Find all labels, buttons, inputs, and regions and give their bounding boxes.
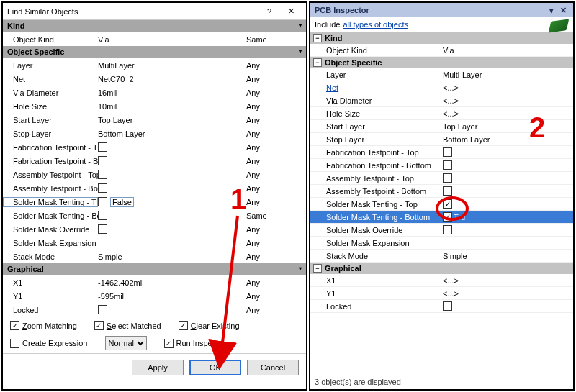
- cancel-button[interactable]: Cancel: [247, 360, 299, 375]
- inspector-row[interactable]: X1<...>: [310, 274, 573, 287]
- apply-button[interactable]: Apply: [132, 360, 184, 375]
- close-button[interactable]: ✕: [280, 4, 302, 19]
- inspector-row[interactable]: Solder Mask Tenting - BottomTru: [310, 211, 573, 224]
- inspector-row[interactable]: Solder Mask Expansion: [310, 237, 573, 250]
- property-value[interactable]: Simple: [98, 252, 243, 261]
- checkbox-icon[interactable]: [443, 147, 452, 157]
- checkbox-icon[interactable]: [98, 183, 107, 193]
- criteria-row[interactable]: LockedAny: [3, 303, 306, 316]
- inspector-row[interactable]: Object KindVia: [310, 44, 573, 57]
- include-filter-link[interactable]: all types of objects: [343, 20, 408, 29]
- property-value[interactable]: [98, 211, 243, 220]
- property-value[interactable]: 16mil: [98, 88, 243, 97]
- zoom-matching-checkbox[interactable]: Zoom Matching: [10, 321, 77, 330]
- match-mode[interactable]: Any: [243, 129, 301, 138]
- inspector-row[interactable]: Solder Mask Tenting - Top: [310, 198, 573, 211]
- checkbox-icon[interactable]: [98, 142, 107, 152]
- property-value[interactable]: <...>: [440, 276, 573, 285]
- property-value[interactable]: [440, 199, 573, 209]
- checkbox-icon[interactable]: [98, 305, 107, 314]
- clear-existing-checkbox[interactable]: Clear Existing: [179, 321, 240, 330]
- criteria-row[interactable]: Start LayerTop LayerAny: [3, 113, 306, 127]
- criteria-row[interactable]: Fabrication Testpoint - BAny: [3, 154, 306, 168]
- match-mode[interactable]: Any: [243, 116, 301, 124]
- run-inspector-checkbox[interactable]: Run Inspector: [164, 336, 226, 350]
- property-value[interactable]: <...>: [440, 109, 573, 118]
- match-mode[interactable]: Any: [243, 184, 301, 193]
- match-mode[interactable]: Any: [243, 143, 301, 152]
- inspector-row[interactable]: Locked: [310, 300, 573, 313]
- match-mode[interactable]: Any: [243, 75, 301, 83]
- property-value[interactable]: False: [98, 197, 243, 207]
- checkbox-icon[interactable]: [443, 212, 452, 222]
- checkbox-icon[interactable]: [443, 173, 452, 183]
- property-value[interactable]: Bottom Layer: [98, 129, 243, 138]
- select-matched-checkbox[interactable]: Select Matched: [94, 321, 161, 330]
- property-value[interactable]: [440, 160, 573, 170]
- property-value[interactable]: Multi-Layer: [440, 70, 573, 79]
- match-mode[interactable]: Any: [243, 225, 301, 234]
- property-value[interactable]: Top Layer: [440, 122, 573, 131]
- match-mode[interactable]: Any: [243, 306, 301, 314]
- inspector-row[interactable]: Fabrication Testpoint - Bottom: [310, 159, 573, 172]
- section-object-specific[interactable]: Object Specific ▾: [3, 46, 306, 58]
- property-value[interactable]: <...>: [440, 289, 573, 298]
- criteria-row[interactable]: Stack ModeSimpleAny: [3, 250, 306, 263]
- checkbox-icon[interactable]: [443, 301, 452, 311]
- inspector-row[interactable]: Net<...>: [310, 81, 573, 94]
- match-mode[interactable]: Any: [243, 252, 301, 261]
- criteria-row[interactable]: X1-1462.402milAny: [3, 275, 306, 289]
- inspector-section-object-specific[interactable]: − Object Specific: [310, 57, 573, 68]
- inspector-row[interactable]: Y1<...>: [310, 287, 573, 300]
- criteria-row[interactable]: Solder Mask Tenting - TFalseAny: [3, 195, 306, 209]
- property-value[interactable]: -595mil: [98, 292, 243, 301]
- property-value[interactable]: Top Layer: [98, 116, 243, 124]
- inspector-row[interactable]: Stop LayerBottom Layer: [310, 133, 573, 146]
- inspector-row[interactable]: Assembly Testpoint - Top: [310, 172, 573, 185]
- criteria-row[interactable]: Y1-595milAny: [3, 289, 306, 303]
- property-value[interactable]: Via: [98, 35, 243, 44]
- match-mode[interactable]: Any: [243, 88, 301, 97]
- inspector-row[interactable]: Stack ModeSimple: [310, 250, 573, 263]
- criteria-row[interactable]: Solder Mask OverrideAny: [3, 222, 306, 236]
- criteria-row[interactable]: Stop LayerBottom LayerAny: [3, 127, 306, 140]
- criteria-row[interactable]: Fabrication Testpoint - TAny: [3, 140, 306, 154]
- inspector-row[interactable]: Solder Mask Override: [310, 224, 573, 237]
- property-value[interactable]: <...>: [440, 83, 573, 92]
- property-value[interactable]: MultiLayer: [98, 61, 243, 70]
- help-button[interactable]: ?: [258, 4, 280, 19]
- create-expression-checkbox[interactable]: Create Expression: [10, 336, 88, 350]
- property-value[interactable]: [98, 170, 243, 179]
- criteria-row[interactable]: NetNetC70_2Any: [3, 72, 306, 86]
- match-mode[interactable]: Any: [243, 170, 301, 179]
- inspector-section-kind[interactable]: − Kind: [310, 32, 573, 44]
- checkbox-icon[interactable]: [98, 156, 107, 165]
- property-value[interactable]: [98, 183, 243, 193]
- checkbox-icon[interactable]: [98, 211, 107, 220]
- property-value[interactable]: Tru: [440, 212, 573, 222]
- inspector-row[interactable]: LayerMulti-Layer: [310, 68, 573, 81]
- property-value[interactable]: [98, 224, 243, 234]
- checkbox-icon[interactable]: [98, 170, 107, 179]
- criteria-row[interactable]: Object KindViaSame: [3, 32, 306, 46]
- property-value[interactable]: [440, 225, 573, 234]
- match-mode[interactable]: Any: [243, 198, 301, 206]
- property-value[interactable]: 10mil: [98, 102, 243, 111]
- match-mode[interactable]: Any: [243, 157, 301, 165]
- property-value[interactable]: Simple: [440, 252, 573, 260]
- criteria-row[interactable]: Assembly Testpoint - BotAny: [3, 181, 306, 195]
- match-mode[interactable]: Any: [243, 102, 301, 111]
- inspector-row[interactable]: Fabrication Testpoint - Top: [310, 146, 573, 159]
- checkbox-icon[interactable]: [443, 225, 452, 234]
- inspector-section-graphical[interactable]: − Graphical: [310, 263, 573, 274]
- close-icon[interactable]: ✕: [557, 6, 569, 15]
- criteria-row[interactable]: Solder Mask ExpansionAny: [3, 236, 306, 250]
- criteria-row[interactable]: Solder Mask Tenting - BoSame: [3, 209, 306, 222]
- inspector-row[interactable]: Start LayerTop Layer: [310, 120, 573, 133]
- property-value[interactable]: [440, 186, 573, 196]
- match-mode[interactable]: Same: [243, 35, 301, 44]
- property-value[interactable]: [98, 305, 243, 314]
- checkbox-icon[interactable]: [98, 197, 107, 206]
- property-value[interactable]: [440, 147, 573, 157]
- property-value[interactable]: [440, 173, 573, 183]
